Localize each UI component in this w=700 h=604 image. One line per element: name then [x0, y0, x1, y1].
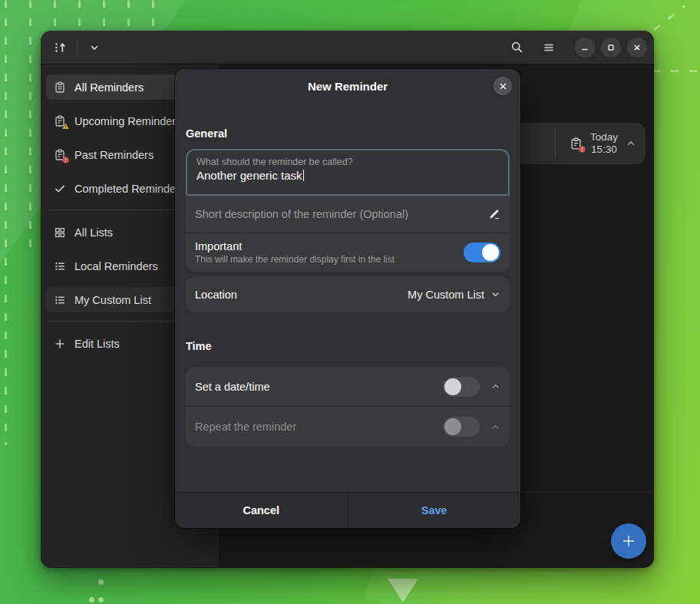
repeat-reminder-label: Repeat the reminder [195, 421, 432, 433]
toggle-knob [444, 378, 461, 395]
important-label: Important [195, 240, 395, 252]
alert-badge-icon [579, 146, 586, 153]
sidebar-item-label: All Lists [74, 226, 113, 239]
close-icon [499, 82, 507, 91]
repeat-reminder-toggle [443, 417, 480, 437]
reminder-name-input[interactable]: What should the reminder be called? Anot… [186, 149, 510, 196]
important-sublabel: This will make the reminder display firs… [195, 254, 395, 265]
wallpaper-triangle [388, 579, 418, 602]
main-menu-button[interactable] [538, 37, 560, 58]
important-row: Important This will make the reminder di… [186, 233, 510, 272]
clipboard-alert-icon [54, 149, 66, 161]
wallpaper-dashed-line [103, 0, 105, 29]
chevron-up-icon [490, 422, 500, 432]
alert-badge-icon [62, 157, 69, 163]
reminder-due-time: 15:30 [590, 144, 618, 156]
new-reminder-dialog: New Reminder General What should the rem… [175, 69, 520, 528]
maximize-icon [606, 43, 616, 52]
reminder-name-placeholder: What should the reminder be called? [196, 157, 499, 167]
sort-ascending-icon [53, 41, 67, 54]
close-icon [632, 43, 642, 52]
plus-icon [54, 338, 66, 350]
sidebar-item-label: Completed Reminders [74, 183, 185, 195]
sidebar-item-label: All Reminders [74, 81, 144, 94]
sidebar-item-label: Local Reminders [74, 260, 158, 272]
important-toggle[interactable] [464, 243, 500, 262]
sidebar-item-label: Edit Lists [74, 338, 120, 350]
add-reminder-fab-button[interactable] [611, 523, 646, 559]
dialog-footer: Cancel Save [175, 492, 520, 528]
toggle-knob [444, 418, 461, 435]
search-button[interactable] [506, 37, 527, 58]
time-section-label: Time [186, 340, 510, 352]
hamburger-menu-icon [543, 41, 555, 54]
chevron-up-icon [490, 381, 500, 391]
wallpaper-dot [98, 579, 104, 585]
description-field[interactable]: Short description of the reminder (Optio… [186, 196, 510, 233]
header-separator [77, 40, 78, 55]
dialog-close-button[interactable] [494, 77, 512, 95]
location-label: Location [195, 289, 237, 301]
location-dropdown[interactable]: Location My Custom List [186, 276, 510, 312]
list-icon [54, 294, 66, 306]
pencil-edit-icon [488, 208, 500, 220]
clipboard-warning-icon [54, 115, 66, 127]
sidebar-item-label: Past Reminders [74, 149, 154, 161]
toggle-knob [482, 244, 499, 261]
chevron-up-icon[interactable] [626, 138, 636, 149]
set-datetime-toggle[interactable] [443, 377, 480, 397]
description-placeholder: Short description of the reminder (Optio… [195, 208, 408, 220]
card-separator [555, 129, 556, 158]
set-datetime-row[interactable]: Set a date/time [186, 367, 510, 407]
save-button[interactable]: Save [348, 493, 521, 528]
repeat-reminder-row: Repeat the reminder [186, 407, 510, 447]
desktop-background: All Reminders Upcoming Reminders [0, 0, 700, 604]
cancel-button[interactable]: Cancel [175, 493, 348, 528]
search-icon [510, 41, 523, 54]
wallpaper-dashed-line [5, 0, 7, 445]
wallpaper-dashed-line [652, 70, 700, 72]
sidebar-item-label: My Custom List [74, 294, 151, 306]
checkmark-icon [54, 183, 66, 195]
reminder-due-date: Today [590, 131, 618, 144]
text-caret [303, 170, 305, 181]
plus-icon [621, 533, 636, 549]
minimize-button[interactable] [575, 38, 595, 58]
wallpaper-dashed-line [54, 0, 56, 29]
sidebar-item-label: Upcoming Reminders [74, 115, 181, 127]
wallpaper-dashed-line [152, 0, 154, 29]
headerbar [41, 31, 654, 64]
chevron-down-icon [490, 289, 500, 299]
list-icon [54, 260, 66, 272]
reminder-due-datetime: Today 15:30 [590, 131, 618, 156]
clipboard-icon [54, 81, 66, 94]
wallpaper-dashed-line [78, 0, 81, 29]
chevron-down-icon [89, 42, 100, 53]
wallpaper-dashed-line [653, 5, 686, 31]
dialog-header: New Reminder [175, 69, 520, 103]
minimize-icon [580, 43, 589, 52]
grid-icon [54, 226, 66, 239]
wallpaper-dashed-line [127, 0, 130, 29]
sort-button[interactable] [49, 37, 71, 58]
wallpaper-dashed-line [29, 0, 31, 253]
maximize-button[interactable] [601, 38, 621, 58]
wallpaper-dot [89, 597, 94, 602]
general-section-label: General [186, 127, 510, 140]
warning-badge-icon [62, 123, 69, 130]
reminder-name-value: Another generic task [196, 169, 499, 182]
close-window-button[interactable] [627, 38, 647, 58]
view-dropdown-button[interactable] [84, 37, 105, 58]
location-value: My Custom List [408, 289, 484, 301]
dialog-title: New Reminder [308, 80, 388, 93]
wallpaper-dot [98, 597, 104, 602]
set-datetime-label: Set a date/time [195, 381, 432, 393]
clipboard-alert-icon [570, 137, 583, 150]
